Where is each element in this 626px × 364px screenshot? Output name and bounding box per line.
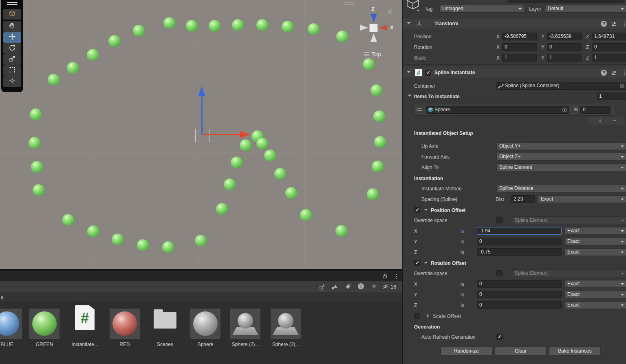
gameobject-icon-dropdown-icon[interactable] bbox=[417, 10, 420, 11]
align-to-dropdown[interactable]: Spline Element bbox=[496, 163, 626, 171]
project-item[interactable]: Instantiate... bbox=[70, 303, 100, 352]
breadcrumb[interactable]: s bbox=[1, 293, 4, 302]
project-item[interactable]: Scenes bbox=[150, 303, 180, 352]
position_offset-x-mode-dropdown[interactable]: Exact bbox=[564, 227, 626, 235]
open-search-window-icon[interactable] bbox=[318, 283, 326, 291]
forward-axis-dropdown[interactable]: Object Z+ bbox=[496, 153, 626, 161]
scene-sphere[interactable] bbox=[370, 84, 382, 96]
scene-sphere[interactable] bbox=[282, 21, 293, 33]
scene-sphere[interactable] bbox=[133, 25, 145, 37]
scene-sphere[interactable] bbox=[209, 20, 220, 32]
component-menu-icon[interactable] bbox=[622, 70, 626, 75]
presets-icon[interactable] bbox=[611, 70, 617, 78]
rotation_offset-y-mode-dropdown[interactable]: Exact bbox=[564, 291, 626, 298]
scene-sphere[interactable] bbox=[373, 110, 385, 122]
object-picker-icon[interactable] bbox=[562, 107, 567, 114]
drag-handle-icon[interactable] bbox=[417, 110, 422, 111]
help-icon[interactable] bbox=[601, 70, 607, 76]
rect-tool[interactable] bbox=[3, 65, 21, 76]
scene-sphere[interactable] bbox=[162, 241, 174, 253]
remove-item-button[interactable]: − bbox=[613, 117, 616, 125]
scene-sphere[interactable] bbox=[240, 139, 251, 151]
scene-sphere[interactable] bbox=[216, 203, 228, 215]
spline-foldout-icon[interactable] bbox=[407, 71, 411, 73]
tools-overlay-handle-icon[interactable] bbox=[7, 4, 18, 5]
gizmo-center-cube[interactable] bbox=[369, 24, 378, 32]
component-menu-icon[interactable] bbox=[622, 21, 626, 26]
scene-sphere[interactable] bbox=[112, 234, 123, 245]
scene-sphere[interactable] bbox=[363, 58, 375, 70]
position-offset-foldout-icon[interactable] bbox=[424, 209, 428, 211]
gizmo-overlay-handle-icon[interactable] bbox=[345, 2, 354, 3]
project-item[interactable]: BLUE bbox=[0, 303, 22, 352]
gizmo-z-cone-icon[interactable] bbox=[370, 14, 377, 23]
view-label-menu-icon[interactable] bbox=[364, 52, 369, 53]
scene-sphere[interactable] bbox=[256, 138, 268, 150]
scene-sphere[interactable] bbox=[87, 49, 99, 61]
project-item[interactable]: Sphere (2)... bbox=[230, 303, 260, 352]
scene-sphere[interactable] bbox=[224, 179, 236, 190]
add-item-button[interactable]: + bbox=[598, 117, 602, 125]
transform-position-z-field[interactable]: 1.649731 bbox=[592, 33, 626, 40]
project-tab-bar[interactable] bbox=[0, 271, 402, 281]
item-percent-field[interactable]: 0 bbox=[580, 106, 611, 114]
item-object-field[interactable]: Sphere bbox=[426, 106, 569, 114]
transform-scale-z-field[interactable]: 1 bbox=[592, 54, 626, 62]
scene-sphere[interactable] bbox=[62, 214, 74, 226]
scene-sphere[interactable] bbox=[87, 225, 99, 237]
scene-sphere[interactable] bbox=[137, 239, 149, 251]
position-offset-checkbox[interactable] bbox=[414, 207, 420, 213]
rotation_offset-x-mode-dropdown[interactable]: Exact bbox=[564, 280, 626, 288]
project-item[interactable]: Sphere bbox=[190, 303, 220, 352]
scene-sphere[interactable] bbox=[367, 188, 379, 200]
transform-rotation-y-field[interactable]: 0 bbox=[547, 43, 582, 51]
scene-sphere[interactable] bbox=[372, 161, 384, 172]
move-gizmo-x-axis-arrow[interactable] bbox=[203, 134, 240, 135]
scale-offset-checkbox[interactable] bbox=[414, 313, 420, 319]
hidden-count-eye-icon[interactable] bbox=[382, 283, 389, 291]
scale-tool[interactable] bbox=[3, 54, 21, 65]
project-item[interactable]: Sphere (2)... bbox=[271, 303, 301, 352]
override-space-checkbox[interactable] bbox=[496, 217, 503, 223]
transform-foldout-icon[interactable] bbox=[407, 22, 411, 24]
package-visibility-icon[interactable]: ! bbox=[358, 283, 364, 289]
transform-rotation-x-field[interactable]: 0 bbox=[502, 43, 537, 51]
gizmo-neg-z-cone-icon[interactable] bbox=[370, 33, 377, 42]
spline-enabled-checkbox[interactable] bbox=[425, 70, 431, 76]
position_offset-x-field[interactable]: -1.94 bbox=[477, 227, 562, 235]
scene-sphere[interactable] bbox=[108, 35, 120, 47]
scene-view[interactable]: Z X Top bbox=[0, 0, 402, 269]
scale-offset-foldout-icon[interactable] bbox=[427, 314, 429, 318]
scene-sphere[interactable] bbox=[29, 137, 40, 149]
filter-by-label-icon[interactable] bbox=[345, 283, 351, 291]
rotate-tool[interactable] bbox=[3, 43, 21, 54]
randomize-button[interactable]: Randomize bbox=[441, 347, 492, 355]
rotation_offset-y-field[interactable]: 0 bbox=[477, 291, 562, 298]
auto-refresh-checkbox[interactable] bbox=[496, 334, 503, 340]
transform-position-y-field[interactable]: -3.625639 bbox=[547, 33, 582, 40]
project-item[interactable]: RED bbox=[110, 303, 140, 352]
scene-sphere[interactable] bbox=[186, 20, 198, 32]
view-label-menu-icon[interactable] bbox=[364, 55, 369, 56]
view-cube-tool[interactable] bbox=[3, 9, 21, 20]
instantiate-method-dropdown[interactable]: Spline Distance bbox=[496, 185, 626, 192]
rotation-offset-foldout-icon[interactable] bbox=[424, 262, 428, 264]
filter-by-type-icon[interactable] bbox=[331, 283, 338, 292]
move-tool[interactable] bbox=[3, 32, 21, 43]
view-label-menu-icon[interactable] bbox=[364, 54, 369, 55]
spacing-mode-dropdown[interactable]: Exact bbox=[538, 195, 626, 203]
scene-sphere[interactable] bbox=[264, 150, 276, 161]
scene-sphere[interactable] bbox=[231, 157, 242, 168]
scene-sphere[interactable] bbox=[67, 62, 79, 74]
favorites-star-icon[interactable]: ★ bbox=[371, 282, 377, 290]
drag-handle-icon[interactable] bbox=[417, 108, 422, 109]
move-gizmo-y-axis-arrow[interactable] bbox=[201, 95, 203, 135]
scene-sphere[interactable] bbox=[336, 31, 348, 42]
scene-sphere[interactable] bbox=[300, 209, 312, 221]
project-breadcrumb-bar[interactable]: s bbox=[0, 292, 402, 303]
scene-sphere[interactable] bbox=[30, 108, 42, 120]
scene-sphere[interactable] bbox=[308, 23, 320, 35]
container-object-field[interactable]: Spline (Spline Container) bbox=[496, 82, 626, 90]
scene-sphere[interactable] bbox=[232, 19, 244, 31]
scene-sphere[interactable] bbox=[256, 19, 268, 31]
